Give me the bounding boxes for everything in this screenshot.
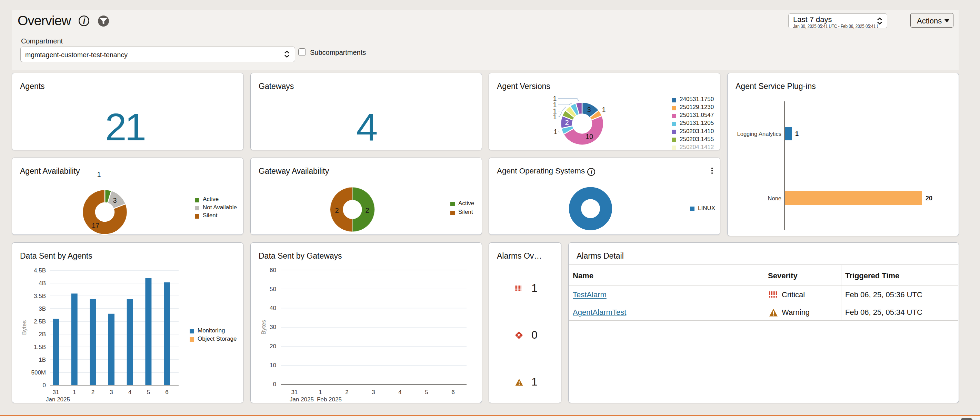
svg-text:10: 10 (585, 133, 593, 140)
svg-text:1B: 1B (39, 356, 46, 363)
svg-text:10: 10 (270, 362, 276, 369)
svg-text:4: 4 (128, 389, 131, 396)
svg-text:20: 20 (270, 343, 276, 350)
svg-text:Bytes: Bytes (260, 320, 267, 335)
svg-text:2: 2 (345, 389, 348, 396)
svg-text:Logging Analytics: Logging Analytics (737, 131, 781, 137)
svg-text:Jan 2025: Jan 2025 (46, 396, 70, 403)
svg-text:None: None (768, 195, 781, 201)
svg-text:3: 3 (110, 389, 113, 396)
svg-text:Bytes: Bytes (21, 320, 28, 335)
svg-text:2B: 2B (39, 331, 46, 337)
svg-text:17: 17 (92, 222, 99, 229)
svg-text:5: 5 (425, 389, 428, 396)
svg-text:3: 3 (113, 197, 116, 204)
svg-text:5: 5 (147, 389, 150, 396)
svg-text:2: 2 (365, 207, 369, 214)
svg-text:50: 50 (270, 286, 276, 293)
svg-text:20: 20 (926, 195, 932, 202)
svg-text:31: 31 (291, 389, 298, 396)
svg-text:1: 1 (553, 113, 557, 121)
svg-text:1: 1 (73, 389, 76, 396)
svg-text:30: 30 (270, 324, 276, 330)
svg-text:1: 1 (554, 128, 557, 135)
svg-text:3B: 3B (39, 305, 46, 312)
svg-text:4B: 4B (39, 280, 46, 286)
svg-text:2: 2 (335, 207, 339, 214)
svg-text:2: 2 (91, 389, 94, 396)
svg-text:4: 4 (398, 389, 401, 396)
svg-text:0: 0 (43, 382, 46, 389)
svg-text:1: 1 (795, 130, 799, 137)
svg-text:Jan 2025: Jan 2025 (290, 396, 314, 403)
svg-text:1: 1 (97, 171, 101, 178)
svg-text:1: 1 (602, 106, 606, 113)
svg-text:40: 40 (270, 305, 276, 311)
svg-text:500M: 500M (31, 369, 46, 376)
svg-text:3.5B: 3.5B (34, 293, 46, 299)
svg-text:6: 6 (165, 389, 168, 396)
svg-text:3: 3 (372, 389, 375, 396)
svg-text:4.5B: 4.5B (34, 267, 46, 274)
svg-text:6: 6 (451, 389, 455, 396)
svg-text:60: 60 (270, 267, 276, 274)
svg-text:i: i (83, 17, 85, 25)
svg-text:1: 1 (319, 389, 322, 396)
svg-text:2: 2 (565, 119, 569, 126)
svg-text:0: 0 (273, 381, 276, 388)
svg-text:31: 31 (53, 389, 59, 396)
svg-text:2.5B: 2.5B (34, 318, 46, 325)
svg-text:3: 3 (587, 106, 591, 113)
svg-text:1.5B: 1.5B (34, 344, 46, 350)
svg-text:Feb 2025: Feb 2025 (317, 396, 342, 403)
